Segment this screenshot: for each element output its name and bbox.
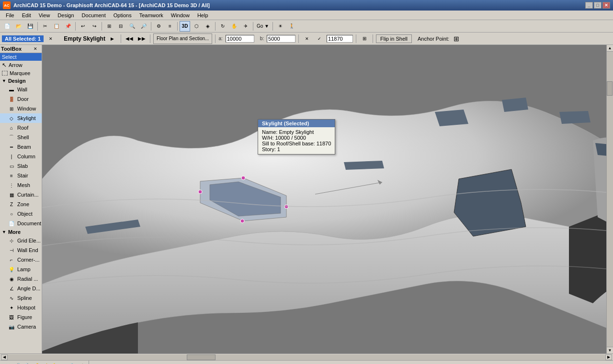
tool-mesh[interactable]: ⋮ Mesh xyxy=(0,180,42,190)
status-icons: 📁 ⊞ 🔍 🔎 ⊟ ✋ ↻ 📐 📏 ⊹ ◈ 🔒 ↺ ⚙ xyxy=(2,361,89,364)
walk-button[interactable]: 🚶 xyxy=(286,21,297,32)
cut-button[interactable]: ✂ xyxy=(40,21,50,32)
tool-wall[interactable]: ▬ Wall xyxy=(0,85,42,94)
tool-zone[interactable]: Z Zone xyxy=(0,199,42,209)
flip-in-shell-button[interactable]: Flip in Shell xyxy=(376,34,412,43)
menu-teamwork[interactable]: Teamwork xyxy=(136,11,167,19)
tool-roof[interactable]: ⌂ Roof xyxy=(0,123,42,132)
menu-file[interactable]: File xyxy=(2,11,18,19)
tool-lamp[interactable]: 💡 Lamp xyxy=(0,265,42,274)
sep-c2 xyxy=(150,34,150,43)
new-button[interactable]: 📄 xyxy=(2,21,12,32)
fly-button[interactable]: ✈ xyxy=(240,21,251,32)
tool-object[interactable]: ○ Object xyxy=(0,209,42,219)
title-bar-controls[interactable]: _ □ ✕ xyxy=(585,2,610,9)
select-tool[interactable]: Select xyxy=(0,53,42,61)
minimize-button[interactable]: _ xyxy=(585,2,593,9)
pan-button[interactable]: ✋ xyxy=(229,21,239,32)
close-button[interactable]: ✕ xyxy=(602,2,610,9)
tool-hotspot-label: Hotspot xyxy=(17,305,35,310)
open-button[interactable]: 📂 xyxy=(13,21,24,32)
coord-b-input[interactable] xyxy=(267,35,295,43)
design-section-header[interactable]: ▼ Design xyxy=(0,77,42,85)
sep-8 xyxy=(272,22,273,31)
tool-curtain[interactable]: ▦ Curtain... xyxy=(0,190,42,199)
handle-tl[interactable] xyxy=(198,190,202,194)
redo-button[interactable]: ↪ xyxy=(89,21,100,32)
paste-button[interactable]: 📌 xyxy=(63,21,73,32)
bottom-scrollbar[interactable]: ◀ ▶ xyxy=(0,353,613,360)
menu-help[interactable]: Help xyxy=(193,11,212,19)
tool-figure[interactable]: 🖼 Figure xyxy=(0,312,42,322)
ok-num-button[interactable]: ✓ xyxy=(314,33,325,44)
close-num-button[interactable]: ✕ xyxy=(302,33,312,44)
tool-corner[interactable]: ⌐ Corner-... xyxy=(0,255,42,265)
floor-plan-section-button[interactable]: Floor Plan and Section... xyxy=(153,33,213,44)
coord-a-input[interactable] xyxy=(226,35,254,43)
tool-column[interactable]: | Column xyxy=(0,152,42,161)
3d-viewport[interactable]: Skylight (Selected) Name: Empty Skylight… xyxy=(42,45,613,353)
tool-skylight[interactable]: ◇ Skylight xyxy=(0,113,42,123)
tool-hotspot[interactable]: ✦ Hotspot xyxy=(0,303,42,312)
select-all-button[interactable]: ⊞ xyxy=(104,21,114,32)
navigate-button[interactable]: Go ▼ xyxy=(255,21,271,32)
menu-document[interactable]: Document xyxy=(78,11,110,19)
scroll-down-button[interactable]: ▼ xyxy=(607,347,613,353)
tool-radial[interactable]: ◉ Radial ... xyxy=(0,274,42,284)
menu-options[interactable]: Options xyxy=(110,11,136,19)
element-settings-button[interactable]: ▶ xyxy=(107,33,118,44)
menu-view[interactable]: View xyxy=(35,11,54,19)
tool-wall-end[interactable]: ⊣ Wall End xyxy=(0,245,42,255)
save-button[interactable]: 💾 xyxy=(25,21,35,32)
scroll-up-button[interactable]: ▲ xyxy=(607,45,613,52)
tooltip-sill-row: Sill to Roof/Shell base: 11870 xyxy=(262,141,331,146)
menu-window[interactable]: Window xyxy=(167,11,193,19)
tool-stair[interactable]: ≡ Stair xyxy=(0,171,42,180)
3d-button[interactable]: 3D xyxy=(180,21,190,32)
restore-button[interactable]: □ xyxy=(594,2,602,9)
tool-door[interactable]: 🚪 Door xyxy=(0,94,42,104)
scroll-thumb-v[interactable] xyxy=(607,81,613,96)
tool-beam[interactable]: ━ Beam xyxy=(0,142,42,152)
tool-shell[interactable]: ⌒ Shell xyxy=(0,132,42,142)
menu-edit[interactable]: Edit xyxy=(18,11,35,19)
num-input[interactable] xyxy=(327,35,353,43)
more-section-header[interactable]: ▼ More xyxy=(0,228,42,236)
scroll-left-button[interactable]: ◀ xyxy=(1,354,8,360)
close-selection-button[interactable]: ✕ xyxy=(45,33,56,44)
display-options-button[interactable]: ⊞ xyxy=(359,33,370,44)
figure-icon: 🖼 xyxy=(8,313,15,321)
render-button[interactable]: ◈ xyxy=(203,21,213,32)
tool-spline[interactable]: ∿ Spline xyxy=(0,293,42,303)
zoom-fit-button[interactable]: ⊟ xyxy=(115,21,126,32)
orbit-button[interactable]: ↻ xyxy=(217,21,228,32)
tool-slab[interactable]: ▭ Slab xyxy=(0,161,42,171)
zoom-in-button[interactable]: 🔍 xyxy=(127,21,137,32)
tool-object-label: Object xyxy=(17,211,33,217)
options-button[interactable]: ≡ xyxy=(165,21,175,32)
tool-document[interactable]: 📄 Document xyxy=(0,219,42,228)
settings-button[interactable]: ⚙ xyxy=(153,21,164,32)
copy-button[interactable]: 📋 xyxy=(51,21,62,32)
sun-button[interactable]: ☀ xyxy=(275,21,285,32)
marquee-tool[interactable]: Marquee xyxy=(0,69,42,77)
angle-icon: ∠ xyxy=(8,285,15,292)
scroll-thumb-h[interactable] xyxy=(187,354,216,360)
arrow-tool[interactable]: ↖ Arrow xyxy=(0,61,42,69)
handle-tr[interactable] xyxy=(241,176,245,180)
scroll-right-button[interactable]: ▶ xyxy=(605,354,612,360)
menu-design[interactable]: Design xyxy=(54,11,78,19)
vertical-scrollbar[interactable]: ▲ ▼ xyxy=(606,45,613,353)
undo-button[interactable]: ↩ xyxy=(78,21,88,32)
tool-mesh-label: Mesh xyxy=(17,182,30,188)
wireframe-button[interactable]: ⬡ xyxy=(191,21,202,32)
toolbox-close-button[interactable]: ✕ xyxy=(30,45,41,52)
next-button[interactable]: ▶▶ xyxy=(136,33,147,44)
tool-grid-ele[interactable]: ⊹ Grid Ele... xyxy=(0,236,42,245)
zoom-out-button[interactable]: 🔎 xyxy=(138,21,149,32)
prev-button[interactable]: ◀◀ xyxy=(124,33,135,44)
tool-camera[interactable]: 📷 Camera xyxy=(0,322,42,331)
handle-bl[interactable] xyxy=(240,219,244,223)
tool-window[interactable]: ⊞ Window xyxy=(0,104,42,113)
tool-angle[interactable]: ∠ Angle D... xyxy=(0,284,42,293)
